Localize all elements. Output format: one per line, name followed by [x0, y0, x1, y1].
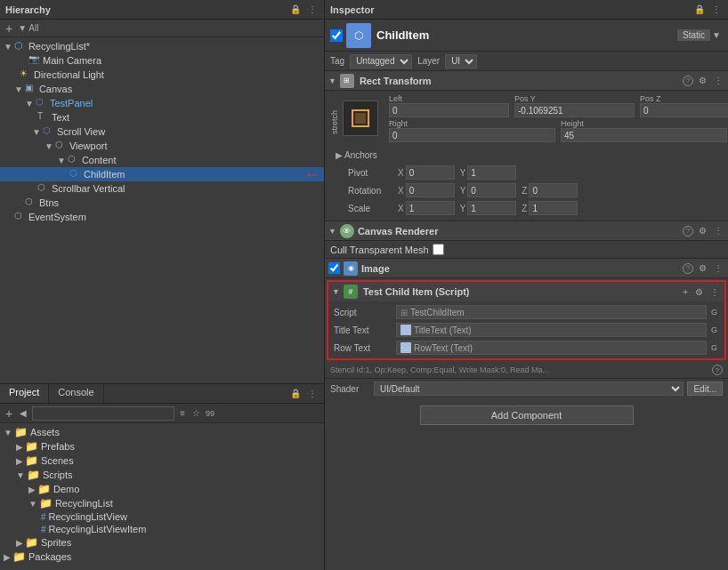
project-item-sprites[interactable]: ▶ 📁 Sprites [0, 535, 324, 550]
edit-button[interactable]: Edit... [687, 381, 723, 396]
project-back-button[interactable]: ◀ [18, 407, 28, 419]
project-item-packages[interactable]: ▶ 📁 Packages [0, 550, 324, 564]
rotation-x-input[interactable] [406, 183, 455, 197]
right-input[interactable] [389, 128, 555, 142]
image-header[interactable]: ◉ Image ? ⚙ ⋮ [325, 259, 728, 278]
hierarchy-item-childitem[interactable]: ⬡ ChildItem ← [0, 167, 324, 181]
folder-icon-packages: 📁 [12, 550, 26, 563]
script-component-header[interactable]: ▼ # Test Child Item (Script) + ⚙ ⋮ [328, 282, 724, 301]
text-icon: T [37, 111, 50, 124]
image-gear-icon[interactable]: ⚙ [697, 262, 708, 274]
hierarchy-item-directionallight[interactable]: ☀ Directional Light [0, 68, 324, 82]
lock-icon-2[interactable]: 🔒 [288, 388, 303, 399]
image-active-checkbox[interactable] [328, 262, 340, 274]
tab-console[interactable]: Console [49, 384, 103, 403]
height-input[interactable] [561, 128, 727, 142]
pivot-y-input[interactable] [467, 165, 516, 180]
scale-z-input[interactable] [529, 201, 578, 215]
title-text-goto-icon[interactable]: G [709, 325, 719, 335]
title-text-field-box[interactable]: TitleText (Text) [396, 323, 707, 337]
left-input[interactable] [389, 103, 509, 117]
rotation-y-item: Y [460, 183, 517, 197]
canvas-icon: ▣ [25, 83, 37, 95]
hierarchy-item-maincamera[interactable]: 📷 Main Camera [0, 53, 324, 68]
rt-top-row: stretch Left [330, 94, 723, 142]
row-text-goto-icon[interactable]: G [709, 342, 719, 353]
project-filter-icon[interactable]: ≡ [178, 407, 187, 419]
lock-icon-inspector[interactable]: 🔒 [692, 4, 707, 15]
image-help-icon[interactable]: ? [683, 263, 693, 274]
image-more-icon[interactable]: ⋮ [712, 262, 724, 274]
project-add-button[interactable]: + [4, 405, 14, 421]
rotation-y-input[interactable] [467, 183, 516, 197]
rotation-z-input[interactable] [529, 183, 578, 197]
script-goto-icon[interactable]: G [709, 307, 719, 317]
rect-transform-header[interactable]: ▼ ⊞ Rect Transform ? ⚙ ⋮ [325, 71, 728, 91]
pivot-row: Pivot X Y [330, 164, 723, 181]
script-gear-icon[interactable]: ⚙ [693, 286, 705, 298]
project-item-scenes[interactable]: ▶ 📁 Scenes [0, 454, 324, 468]
canvas-renderer-header[interactable]: ▼ 👁 Canvas Renderer ? ⚙ ⋮ [325, 221, 728, 241]
tab-project[interactable]: Project [0, 384, 49, 403]
script-plus-icon[interactable]: + [681, 286, 690, 298]
stencil-row: Stencil Id:1, Op:Keep, Comp:Equal, Write… [325, 362, 728, 379]
anchors-expand[interactable]: ▶ [336, 150, 343, 160]
static-dropdown-icon[interactable]: ▼ [710, 29, 723, 41]
scale-y-input[interactable] [467, 201, 516, 215]
hierarchy-item-text[interactable]: T Text [0, 110, 324, 124]
project-star-icon[interactable]: ☆ [190, 407, 202, 419]
more-icon-inspector[interactable]: ⋮ [710, 4, 723, 15]
add-hierarchy-button[interactable]: + [4, 20, 14, 36]
pivot-x-input[interactable] [406, 165, 455, 180]
rotation-z-item: Z [522, 183, 578, 197]
hierarchy-item-btns[interactable]: ⬡ Btns [0, 196, 324, 210]
project-item-assets[interactable]: ▼ 📁 Assets [0, 425, 324, 439]
row-text-field-box[interactable]: RowText (Text) [396, 341, 707, 355]
hierarchy-item-scrollview[interactable]: ▼ ⬡ Scroll View [0, 124, 324, 139]
project-search-input[interactable] [32, 406, 174, 421]
hierarchy-item-testpanel[interactable]: ▼ ⬡ TestPanel [0, 96, 324, 110]
hierarchy-item-scrollbarvertical[interactable]: ⬡ Scrollbar Vertical [0, 181, 324, 196]
more-icon[interactable]: ⋮ [306, 4, 319, 15]
stretch-icon[interactable] [343, 100, 378, 136]
object-active-checkbox[interactable] [330, 29, 343, 42]
posy-input[interactable] [514, 103, 635, 117]
project-item-recyclinglist[interactable]: ▼ 📁 RecyclingList [0, 496, 324, 510]
stencil-help-icon[interactable]: ? [712, 365, 723, 375]
posy-field: Pos Y [514, 94, 635, 117]
canvas-renderer-help-icon[interactable]: ? [683, 226, 693, 237]
script-field-box[interactable]: ⊞ TestChildItem [396, 305, 707, 319]
lock-icon[interactable]: 🔒 [288, 4, 303, 15]
project-item-prefabs[interactable]: ▶ 📁 Prefabs [0, 439, 324, 454]
shader-dropdown[interactable]: UI/Default [374, 381, 684, 396]
add-component-button[interactable]: Add Component [420, 405, 634, 425]
cull-checkbox[interactable] [433, 244, 444, 255]
posz-input[interactable] [640, 103, 728, 117]
layer-dropdown[interactable]: UI [445, 54, 477, 68]
right-label: Right [389, 119, 555, 128]
object-name[interactable]: ChildItem [376, 28, 677, 42]
hierarchy-item-content[interactable]: ▼ ⬡ Content [0, 153, 324, 167]
hierarchy-item-recyclinglist[interactable]: ▼ ⬡ RecyclingList* [0, 39, 324, 53]
project-item-demo[interactable]: ▶ 📁 Demo [0, 482, 324, 496]
project-item-recyclinglistviewitem[interactable]: # RecyclingListViewItem [0, 523, 324, 535]
rect-transform-gear-icon[interactable]: ⚙ [697, 75, 708, 86]
project-item-scripts[interactable]: ▼ 📁 Scripts [0, 468, 324, 482]
hierarchy-item-viewport[interactable]: ▼ ⬡ Viewport [0, 139, 324, 153]
more-icon-2[interactable]: ⋮ [306, 388, 319, 399]
canvas-renderer-more-icon[interactable]: ⋮ [712, 225, 724, 237]
pivot-values: X Y [398, 165, 717, 180]
rect-transform-more-icon[interactable]: ⋮ [712, 75, 724, 86]
canvas-renderer-gear-icon[interactable]: ⚙ [697, 225, 708, 237]
rotation-y-key: Y [460, 186, 466, 196]
tag-dropdown[interactable]: Untagged [350, 54, 412, 68]
script-icons: + ⚙ ⋮ [681, 286, 721, 298]
script-more-icon[interactable]: ⋮ [708, 286, 721, 298]
bottom-tab-bar: Project Console 🔒 ⋮ [0, 384, 324, 404]
height-field: Height [561, 119, 727, 142]
hierarchy-item-eventsystem[interactable]: ⬡ EventSystem [0, 210, 324, 224]
hierarchy-item-canvas[interactable]: ▼ ▣ Canvas [0, 82, 324, 96]
scale-x-input[interactable] [406, 201, 455, 215]
rect-transform-help-icon[interactable]: ? [683, 76, 693, 86]
project-item-recyclinglistview[interactable]: # RecyclingListView [0, 510, 324, 523]
